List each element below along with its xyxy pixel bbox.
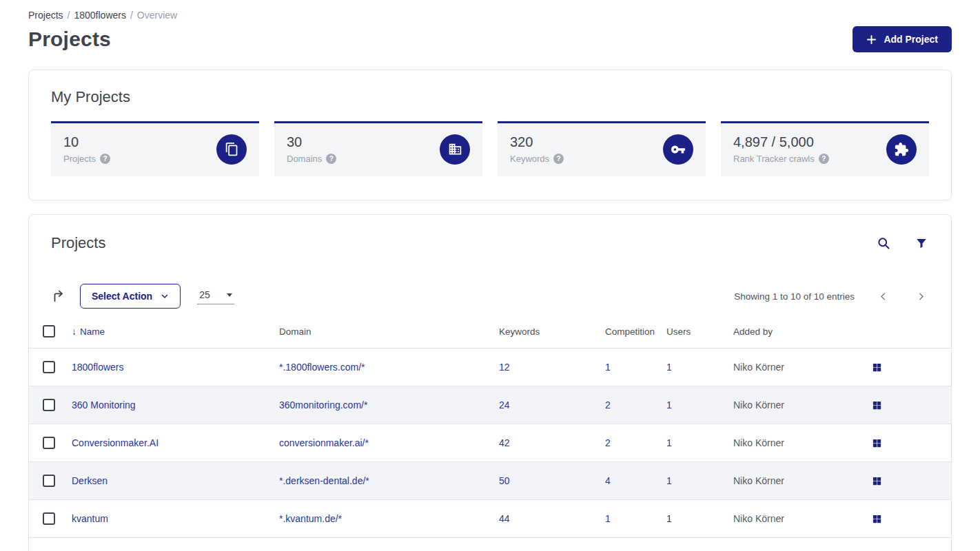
project-domain-link[interactable]: conversionmaker.ai/*: [279, 437, 369, 448]
chevron-down-icon: [161, 292, 169, 300]
next-page-icon[interactable]: [913, 289, 929, 304]
project-competition-link[interactable]: 1: [605, 362, 611, 373]
caret-down-icon: [227, 293, 232, 297]
my-projects-title: My Projects: [51, 88, 929, 106]
column-header-keywords[interactable]: Keywords: [499, 325, 605, 349]
project-competition-link[interactable]: 1: [605, 513, 611, 524]
column-header-added-by[interactable]: Added by: [733, 325, 870, 349]
project-name-link[interactable]: 360 Monitoring: [72, 399, 136, 410]
building-icon: [440, 134, 470, 165]
breadcrumb-overview: Overview: [137, 10, 177, 21]
stat-crawls-value: 4,897 / 5,000: [733, 134, 829, 150]
project-domain-link[interactable]: 360monitoring.com/*: [279, 399, 367, 410]
stat-crawls: 4,897 / 5,000 Rank Tracker crawls ?: [721, 121, 929, 176]
breadcrumb-1800flowers[interactable]: 1800flowers: [74, 10, 126, 21]
projects-table-card: Projects Select Action 25: [28, 214, 952, 551]
column-header-competition[interactable]: Competition: [605, 325, 666, 349]
plus-icon: [866, 34, 877, 45]
help-icon[interactable]: ?: [326, 154, 336, 164]
project-keywords-link[interactable]: 42: [499, 437, 510, 448]
project-users-link[interactable]: 1: [666, 513, 672, 524]
search-icon[interactable]: [875, 235, 892, 251]
stat-domains-label: Domains: [287, 154, 322, 164]
stats-row: 10 Projects ? 30 Domains ?: [51, 121, 929, 176]
project-keywords-link[interactable]: 24: [499, 399, 510, 410]
project-apps-grid-icon[interactable]: [870, 437, 884, 450]
table-row: Derksen *.derksen-dental.de/* 50 4 1 Nik…: [29, 462, 951, 500]
project-domain-link[interactable]: *.derksen-dental.de/*: [279, 475, 369, 486]
page: Projects / 1800flowers / Overview Projec…: [0, 0, 980, 551]
project-keywords-link[interactable]: 12: [499, 362, 510, 373]
select-action-label: Select Action: [92, 291, 152, 302]
stat-keywords-value: 320: [510, 134, 564, 150]
stat-projects: 10 Projects ?: [51, 121, 259, 176]
stat-keywords-label: Keywords: [510, 154, 549, 164]
stat-domains-value: 30: [287, 134, 336, 150]
stat-projects-value: 10: [63, 134, 110, 150]
project-name-link[interactable]: 1800flowers: [72, 362, 124, 373]
column-header-domain[interactable]: Domain: [279, 325, 499, 349]
projects-table: ↓Name Domain Keywords Competition Users …: [29, 325, 951, 538]
added-by-text: Niko Körner: [733, 462, 870, 500]
add-project-label: Add Project: [884, 34, 938, 45]
project-users-link[interactable]: 1: [666, 475, 672, 486]
page-title: Projects: [28, 28, 111, 51]
table-toolbar: Select Action 25 Showing 1 to 10 of 10 e…: [29, 284, 951, 309]
project-name-link[interactable]: Derksen: [72, 475, 108, 486]
project-competition-link[interactable]: 2: [605, 399, 611, 410]
row-checkbox[interactable]: [43, 512, 55, 525]
stat-crawls-label: Rank Tracker crawls: [733, 154, 815, 164]
select-all-checkbox[interactable]: [43, 325, 55, 337]
column-header-users[interactable]: Users: [666, 325, 733, 349]
stat-keywords: 320 Keywords ?: [498, 121, 706, 176]
previous-page-icon[interactable]: [875, 289, 891, 304]
help-icon[interactable]: ?: [553, 154, 564, 164]
project-domain-link[interactable]: *.kvantum.de/*: [279, 513, 342, 524]
project-keywords-link[interactable]: 50: [499, 475, 510, 486]
project-apps-grid-icon[interactable]: [870, 361, 884, 374]
add-project-button[interactable]: Add Project: [853, 26, 952, 52]
page-size-select[interactable]: 25: [197, 288, 234, 304]
projects-copy-icon: [216, 134, 247, 165]
table-row: kvantum *.kvantum.de/* 44 1 1 Niko Körne…: [29, 500, 951, 538]
table-row: 1800flowers *.1800flowers.com/* 12 1 1 N…: [29, 349, 951, 386]
select-action-dropdown[interactable]: Select Action: [80, 284, 181, 309]
page-size-value: 25: [199, 289, 210, 300]
help-icon[interactable]: ?: [100, 154, 110, 164]
breadcrumb-separator: /: [68, 10, 70, 21]
project-domain-link[interactable]: *.1800flowers.com/*: [279, 362, 365, 373]
project-apps-grid-icon[interactable]: [870, 512, 884, 526]
project-name-link[interactable]: kvantum: [72, 513, 108, 524]
row-checkbox[interactable]: [43, 361, 55, 373]
help-icon[interactable]: ?: [819, 154, 829, 164]
page-header: Projects Add Project: [28, 26, 952, 52]
column-header-name[interactable]: ↓Name: [72, 325, 279, 349]
project-apps-grid-icon[interactable]: [870, 399, 884, 412]
project-users-link[interactable]: 1: [666, 399, 672, 410]
breadcrumb-separator: /: [130, 10, 133, 21]
row-checkbox[interactable]: [43, 475, 55, 487]
filter-icon[interactable]: [914, 236, 929, 251]
added-by-text: Niko Körner: [733, 500, 870, 538]
export-arrow-icon[interactable]: [51, 289, 66, 304]
project-competition-link[interactable]: 2: [605, 437, 611, 448]
project-keywords-link[interactable]: 44: [499, 513, 510, 524]
added-by-text: Niko Körner: [733, 386, 870, 424]
breadcrumb-projects[interactable]: Projects: [28, 10, 63, 21]
stat-projects-label: Projects: [63, 154, 96, 164]
showing-entries-text: Showing 1 to 10 of 10 entries: [734, 291, 855, 302]
row-checkbox[interactable]: [43, 399, 55, 411]
added-by-text: Niko Körner: [733, 349, 870, 386]
added-by-text: Niko Körner: [733, 424, 870, 462]
table-header-row: ↓Name Domain Keywords Competition Users …: [29, 325, 951, 349]
row-checkbox[interactable]: [43, 437, 55, 449]
table-row: Conversionmaker.AI conversionmaker.ai/* …: [29, 424, 951, 462]
puzzle-icon: [886, 134, 917, 165]
project-users-link[interactable]: 1: [666, 362, 672, 373]
project-apps-grid-icon[interactable]: [870, 475, 884, 488]
project-name-link[interactable]: Conversionmaker.AI: [72, 437, 159, 448]
key-icon: [663, 134, 693, 165]
project-users-link[interactable]: 1: [666, 437, 672, 448]
stat-domains: 30 Domains ?: [274, 121, 482, 176]
project-competition-link[interactable]: 4: [605, 475, 611, 486]
